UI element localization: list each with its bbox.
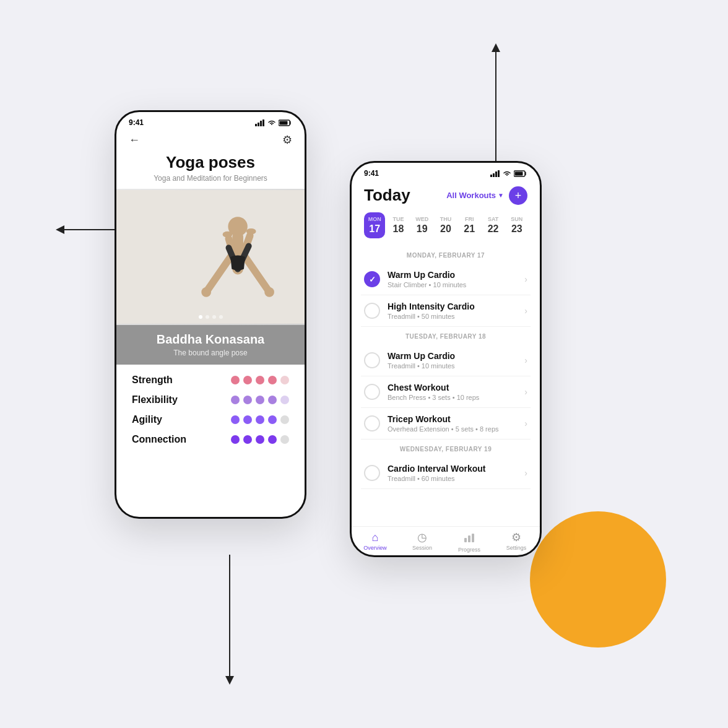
workout-check-1 — [364, 271, 380, 287]
section-monday: Monday, February 17 — [361, 246, 531, 264]
progress-icon — [446, 532, 493, 545]
connection-label: Connection — [132, 434, 194, 445]
progress-label: Progress — [446, 547, 493, 553]
dot — [268, 435, 277, 444]
chest-info: Chest Workout Bench Press • 3 sets • 10 … — [388, 383, 521, 401]
attribute-connection: Connection — [132, 434, 289, 445]
workout-check-3 — [364, 352, 380, 368]
svg-rect-20 — [472, 534, 474, 542]
chevron-icon-1: › — [524, 274, 527, 284]
dot — [256, 376, 264, 384]
agility-label: Agility — [132, 414, 194, 425]
session-icon: ◷ — [399, 532, 446, 543]
warmup-mon-name: Warm Up Cardio — [388, 270, 521, 280]
svg-point-10 — [223, 232, 233, 238]
dot — [243, 396, 252, 404]
workout-warmup-tue[interactable]: Warm Up Cardio Treadmill • 10 minutes › — [361, 345, 531, 376]
settings-icon[interactable]: ⚙ — [282, 133, 292, 147]
right-status-icons — [490, 170, 527, 177]
nav-overview[interactable]: ⌂ Overview — [352, 532, 399, 553]
tricep-name: Tricep Workout — [388, 414, 521, 424]
chevron-icon-5: › — [524, 418, 527, 428]
workout-check-2 — [364, 303, 380, 319]
dot — [231, 415, 240, 424]
dot — [231, 435, 240, 444]
workout-hiit-mon[interactable]: High Intensity Cardio Treadmill • 50 min… — [361, 295, 531, 327]
svg-point-11 — [246, 228, 256, 235]
dot — [256, 435, 264, 444]
svg-rect-17 — [515, 171, 523, 175]
battery-icon-right — [514, 170, 527, 177]
wifi-icon-right — [503, 170, 511, 176]
attribute-strength: Strength — [132, 375, 289, 386]
battery-icon-left — [279, 119, 292, 126]
day-wed[interactable]: WED 19 — [412, 212, 433, 238]
strength-label: Strength — [132, 375, 194, 386]
left-status-icons — [255, 119, 292, 126]
pose-name: Baddha Konasana — [129, 332, 292, 347]
svg-rect-5 — [280, 121, 288, 124]
day-sun[interactable]: SUN 23 — [506, 212, 527, 238]
yoga-subtitle: Yoga and Meditation for Beginners — [129, 174, 292, 183]
hiit-mon-info: High Intensity Cardio Treadmill • 50 min… — [388, 301, 521, 320]
svg-rect-15 — [498, 170, 500, 177]
dot-empty — [280, 435, 289, 444]
bottom-nav: ⌂ Overview ◷ Session Progress ⚙ Settings — [352, 526, 540, 555]
orange-circle-decoration — [530, 511, 666, 648]
svg-rect-0 — [255, 124, 257, 126]
right-phone: 9:41 Today All Workouts — [350, 161, 542, 557]
dot — [256, 396, 264, 404]
strength-dots — [231, 376, 289, 384]
svg-rect-6 — [116, 190, 305, 324]
day-thu[interactable]: THU 20 — [435, 212, 456, 238]
dot — [231, 376, 240, 384]
chest-name: Chest Workout — [388, 383, 521, 392]
svg-rect-3 — [262, 119, 264, 126]
dot-empty — [280, 415, 289, 424]
workout-chest[interactable]: Chest Workout Bench Press • 3 sets • 10 … — [361, 376, 531, 408]
left-status-bar: 9:41 — [116, 112, 305, 130]
svg-rect-14 — [495, 171, 497, 177]
settings-icon-nav: ⚙ — [493, 532, 540, 543]
overview-icon: ⌂ — [352, 532, 399, 543]
svg-rect-2 — [260, 121, 262, 126]
dot-2 — [206, 315, 209, 319]
workout-cardio-interval[interactable]: Cardio Interval Workout Treadmill • 60 m… — [361, 457, 531, 489]
nav-settings[interactable]: ⚙ Settings — [493, 532, 540, 553]
dot-empty — [280, 376, 289, 384]
workout-warmup-mon[interactable]: Warm Up Cardio Stair Climber • 10 minute… — [361, 264, 531, 295]
dot — [243, 415, 252, 424]
yoga-image — [116, 189, 305, 325]
wifi-icon-left — [267, 119, 276, 126]
all-workouts-button[interactable]: All Workouts ▼ — [446, 191, 504, 200]
day-sat[interactable]: SAT 22 — [482, 212, 503, 238]
workout-tricep[interactable]: Tricep Workout Overhead Extension • 5 se… — [361, 408, 531, 440]
cardio-interval-detail: Treadmill • 60 minutes — [388, 475, 521, 482]
dot — [243, 376, 252, 384]
warmup-tue-detail: Treadmill • 10 minutes — [388, 362, 521, 370]
session-label: Session — [399, 545, 446, 551]
day-mon[interactable]: MON 17 — [364, 212, 385, 238]
cardio-interval-name: Cardio Interval Workout — [388, 464, 521, 474]
svg-rect-19 — [468, 535, 470, 542]
nav-session[interactable]: ◷ Session — [399, 532, 446, 553]
cardio-interval-info: Cardio Interval Workout Treadmill • 60 m… — [388, 464, 521, 482]
day-fri[interactable]: FRI 21 — [459, 212, 480, 238]
add-workout-button[interactable]: + — [509, 186, 527, 205]
dot — [256, 415, 264, 424]
yoga-title: Yoga poses — [129, 153, 292, 172]
day-tue[interactable]: TUE 18 — [388, 212, 409, 238]
tricep-detail: Overhead Extension • 5 sets • 8 reps — [388, 425, 521, 433]
dot — [268, 396, 277, 404]
connection-dots — [231, 435, 289, 444]
back-button[interactable]: ← — [129, 134, 140, 147]
today-title: Today — [364, 186, 410, 205]
hiit-mon-name: High Intensity Cardio — [388, 301, 521, 311]
right-status-bar: 9:41 — [352, 163, 540, 181]
dot-4 — [219, 315, 223, 319]
carousel-dots — [116, 315, 305, 319]
yoga-figure-svg — [116, 189, 305, 325]
nav-progress[interactable]: Progress — [446, 532, 493, 553]
right-time: 9:41 — [364, 169, 379, 178]
section-tuesday: Tuesday, February 18 — [361, 327, 531, 345]
